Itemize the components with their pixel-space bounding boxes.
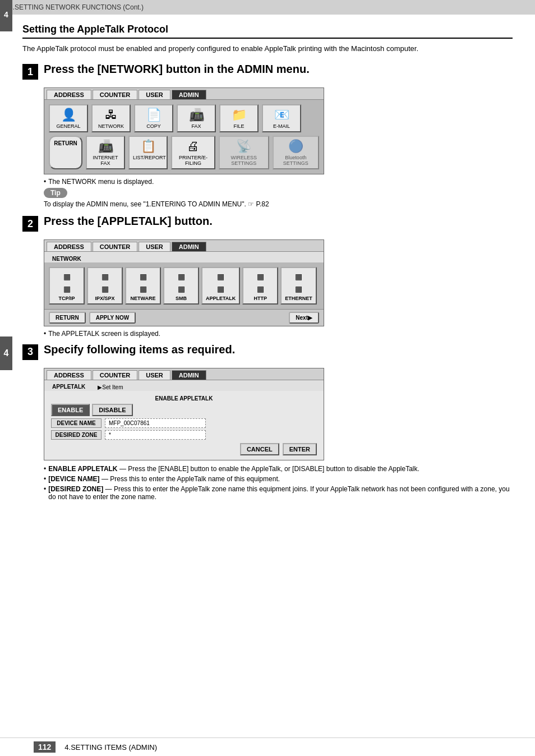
main-content: Setting the AppleTalk Protocol The Apple… [0, 15, 535, 531]
bottom-bar: 112 4.SETTING ITEMS (ADMIN) [0, 737, 535, 756]
wireless-icon: 📡 [223, 139, 265, 154]
tab-user[interactable]: USER [139, 90, 170, 99]
copy-icon: 📄 [139, 108, 169, 122]
desc-item-2: • [DEVICE NAME] — Press this to enter th… [44, 475, 513, 483]
btn-fax[interactable]: 📠 FAX [177, 104, 216, 132]
printer-icon: 🖨 [176, 139, 211, 154]
tab3-address[interactable]: ADDRESS [47, 370, 91, 380]
step-1-num: 1 [22, 64, 38, 80]
tab-admin[interactable]: ADMIN [172, 90, 206, 99]
internet-fax-icon: 📠 [90, 139, 121, 154]
panel-2-next-btn[interactable]: Next▶ [289, 312, 319, 324]
top-bar-text: 3.SETTING NETWORK FUNCTIONS (Cont.) [9, 3, 144, 11]
list-report-icon: 📋 [133, 139, 163, 154]
tab2-counter[interactable]: COUNTER [93, 242, 137, 251]
btn-appletalk[interactable]: ▦▦ APPLETALK [201, 267, 240, 305]
step-3: 3 Specify following items as required. [22, 343, 513, 360]
panel-2-return-btn[interactable]: RETURN [49, 312, 86, 324]
tab-counter[interactable]: COUNTER [93, 90, 137, 99]
enable-header: ENABLE APPLETALK [51, 395, 317, 402]
ipx-spx-icon: ▦▦ [91, 270, 118, 296]
panel-3-set-item: ▶Set Item [98, 382, 123, 391]
tip-box: Tip To display the ADMIN menu, see "1.EN… [44, 188, 513, 208]
tip-text: To display the ADMIN menu, see "1.ENTERI… [44, 200, 513, 208]
panel-1-row-2: RETURN 📠 INTERNET FAX 📋 LIST/REPORT 🖨 PR… [49, 136, 319, 169]
btn-return[interactable]: RETURN [49, 136, 82, 169]
netware-icon: ▦▦ [130, 270, 156, 296]
section-title: Setting the AppleTalk Protocol [22, 24, 513, 35]
btn-file[interactable]: 📁 FILE [219, 104, 259, 132]
fax-icon: 📠 [181, 108, 211, 122]
general-icon: 👤 [53, 108, 84, 122]
btn-ethernet[interactable]: ▦▦ ETHERNET [280, 267, 317, 305]
panel-3-header-row: APPLETALK ▶Set Item [44, 380, 324, 391]
btn-printer-efiling[interactable]: 🖨 PRINTER/E-FILING [171, 136, 215, 169]
panel-2: ADDRESS COUNTER USER ADMIN NETWORK ▦▦ TC… [44, 239, 324, 326]
network-icon: 🖧 [96, 108, 126, 122]
device-name-row: DEVICE NAME MFP_00C07861 [51, 418, 317, 428]
btn-list-report[interactable]: 📋 LIST/REPORT [128, 136, 168, 169]
panel-2-apply-now-btn[interactable]: APPLY NOW [89, 312, 136, 324]
tab2-address[interactable]: ADDRESS [47, 242, 91, 251]
tip-label: Tip [44, 188, 67, 198]
cancel-btn[interactable]: CANCEL [240, 443, 279, 455]
btn-tcp-ip[interactable]: ▦▦ TCP/IP [49, 267, 85, 305]
panel-1-row-1: 👤 GENERAL 🖧 NETWORK 📄 COPY 📠 FAX 📁 [49, 104, 319, 132]
chapter-tab: 4 [0, 0, 12, 31]
btn-bluetooth[interactable]: 🔵 Bluetooth SETTINGS [273, 136, 319, 169]
step-2-bullet: • The APPLETALK screen is displayed. [44, 330, 513, 338]
tcp-ip-icon: ▦▦ [53, 270, 80, 296]
enter-btn[interactable]: ENTER [283, 443, 317, 455]
network-label: NETWORK [49, 255, 85, 263]
device-name-label: DEVICE NAME [51, 418, 102, 428]
step-1: 1 Press the [NETWORK] button in the ADMI… [22, 63, 513, 80]
bluetooth-icon: 🔵 [277, 139, 315, 154]
appletalk-icon: ▦▦ [206, 270, 236, 296]
panel-1-tabbar: ADDRESS COUNTER USER ADMIN [44, 88, 324, 100]
disable-btn[interactable]: DISABLE [92, 404, 132, 416]
enable-btn[interactable]: ENABLE [51, 404, 90, 416]
step-1-bullet: • The NETWORK menu is displayed. [44, 178, 513, 186]
btn-wireless[interactable]: 📡 WIRELESS SETTINGS [219, 136, 269, 169]
desired-zone-field[interactable]: * [105, 430, 206, 440]
desc-item-3: • [DESIRED ZONE] — Press this to enter t… [44, 485, 513, 501]
settings-panel: ENABLE APPLETALK ENABLE DISABLE DEVICE N… [44, 391, 324, 460]
panel-3-tabbar: ADDRESS COUNTER USER ADMIN [44, 368, 324, 380]
panel-1-btn-grid: 👤 GENERAL 🖧 NETWORK 📄 COPY 📠 FAX 📁 [44, 100, 324, 174]
bottom-bar-text: 4.SETTING ITEMS (ADMIN) [64, 743, 157, 752]
tab3-counter[interactable]: COUNTER [93, 370, 137, 380]
tab-address[interactable]: ADDRESS [47, 90, 91, 99]
tab3-admin[interactable]: ADMIN [172, 370, 206, 380]
panel-1: ADDRESS COUNTER USER ADMIN 👤 GENERAL 🖧 N… [44, 87, 324, 174]
btn-email[interactable]: 📧 E-MAIL [262, 104, 301, 132]
smb-icon: ▦▦ [168, 270, 195, 296]
panel-3-network-label: APPLETALK [49, 382, 89, 391]
panel-2-nav: RETURN APPLY NOW Next▶ [44, 309, 324, 326]
device-name-field[interactable]: MFP_00C07861 [105, 418, 206, 428]
tab2-admin[interactable]: ADMIN [172, 242, 206, 251]
btn-netware[interactable]: ▦▦ NETWARE [125, 267, 161, 305]
step-2: 2 Press the [APPLETALK] button. [22, 215, 513, 232]
tab2-user[interactable]: USER [139, 242, 170, 251]
btn-ipx-spx[interactable]: ▦▦ IPX/SPX [87, 267, 123, 305]
email-icon: 📧 [266, 108, 297, 122]
btn-copy[interactable]: 📄 COPY [134, 104, 173, 132]
btn-http[interactable]: ▦▦ HTTP [242, 267, 278, 305]
section-intro: The AppleTalk protocol must be enabled a… [22, 44, 513, 53]
network-grid: ▦▦ TCP/IP ▦▦ IPX/SPX ▦▦ NETWARE ▦▦ SMB ▦… [44, 262, 324, 309]
desc-list: • ENABLE APPLETALK — Press the [ENABLE] … [44, 465, 513, 501]
btn-general[interactable]: 👤 GENERAL [49, 104, 88, 132]
tab3-user[interactable]: USER [139, 370, 170, 380]
network-label-row: NETWORK [44, 252, 324, 262]
desired-zone-label: DESIRED ZONE [51, 430, 102, 440]
step-2-num: 2 [22, 216, 38, 232]
file-icon: 📁 [224, 108, 254, 122]
page-number: 112 [34, 741, 56, 753]
http-icon: ▦▦ [247, 270, 274, 296]
btn-smb[interactable]: ▦▦ SMB [163, 267, 199, 305]
btn-network[interactable]: 🖧 NETWORK [91, 104, 131, 132]
top-bar: 3.SETTING NETWORK FUNCTIONS (Cont.) [0, 0, 535, 15]
ethernet-icon: ▦▦ [285, 270, 312, 296]
step-1-label: Press the [NETWORK] button in the ADMIN … [44, 63, 310, 76]
btn-internet-fax[interactable]: 📠 INTERNET FAX [86, 136, 125, 169]
